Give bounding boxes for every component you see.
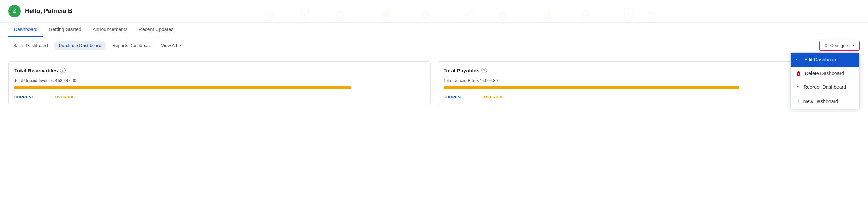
svg-text:📈: 📈	[462, 6, 475, 18]
edit-dashboard-item[interactable]: ✏ Edit Dashboard	[791, 53, 859, 67]
dash-tab-purchase[interactable]: Purchase Dashboard	[54, 41, 106, 50]
configure-button[interactable]: ⚙ Configure	[819, 41, 860, 51]
dashboard-tabs: Sales Dashboard Purchase Dashboard Repor…	[8, 41, 819, 50]
payables-help-icon[interactable]: ?	[481, 68, 487, 73]
reorder-dashboard-item[interactable]: ⠿ Reorder Dashboard	[791, 80, 859, 94]
top-header: ⚙ 📊 ⚙ 💰 ⚙ 📈 ⚙ 🔔 ⚙ 📋 ⚙ Z Hello, Patricia …	[0, 0, 868, 23]
avatar: Z	[8, 5, 21, 17]
receivables-subtitle: Total Unpaid Invoices ₹58,447.00	[14, 78, 425, 83]
svg-text:⚙: ⚙	[580, 8, 591, 22]
view-all-button[interactable]: View All	[158, 41, 185, 50]
main-content: Total Receivables ? ⋮ Total Unpaid Invoi…	[0, 54, 868, 112]
tab-announcements[interactable]: Announcements	[87, 23, 133, 37]
receivables-overdue-label[interactable]: OVERDUE	[55, 95, 75, 99]
greeting-text: Hello, Patricia B	[25, 8, 72, 15]
payables-title: Total Payables ?	[444, 68, 487, 73]
payables-overdue-label[interactable]: OVERDUE	[484, 95, 504, 99]
svg-text:⚙: ⚙	[334, 8, 346, 22]
grid-icon: ⠿	[796, 84, 800, 90]
gear-icon: ⚙	[824, 43, 828, 48]
receivables-card: Total Receivables ? ⋮ Total Unpaid Invoi…	[8, 61, 431, 105]
nav-tabs: Dashboard Getting Started Announcements …	[0, 23, 868, 37]
svg-text:⚙: ⚙	[420, 8, 431, 22]
svg-text:⚙: ⚙	[264, 8, 275, 22]
pencil-icon: ✏	[796, 56, 801, 63]
receivables-title: Total Receivables ?	[14, 68, 66, 73]
dash-tab-sales[interactable]: Sales Dashboard	[8, 41, 53, 50]
tab-getting-started[interactable]: Getting Started	[43, 23, 87, 37]
reorder-dashboard-label: Reorder Dashboard	[803, 84, 846, 90]
svg-text:📊: 📊	[299, 7, 311, 18]
receivables-footer: CURRENT OVERDUE	[14, 95, 425, 99]
receivables-help-icon[interactable]: ?	[60, 68, 66, 73]
svg-text:🔔: 🔔	[542, 8, 554, 20]
configure-label: Configure	[830, 43, 850, 48]
configure-dropdown: ✏ Edit Dashboard 🗑 Delete Dashboard ⠿ Re…	[790, 52, 860, 109]
bg-decoration: ⚙ 📊 ⚙ 💰 ⚙ 📈 ⚙ 🔔 ⚙ 📋 ⚙	[42, 0, 868, 22]
delete-dashboard-item[interactable]: 🗑 Delete Dashboard	[791, 67, 859, 80]
dash-tab-reports[interactable]: Reports Dashboard	[108, 41, 156, 50]
svg-text:⚙: ⚙	[497, 9, 508, 22]
svg-text:📋: 📋	[621, 6, 635, 19]
view-all-label: View All	[161, 43, 177, 48]
configure-chevron-icon	[852, 45, 855, 46]
svg-text:💰: 💰	[379, 7, 393, 20]
delete-dashboard-label: Delete Dashboard	[805, 71, 844, 76]
new-dashboard-item[interactable]: + New Dashboard	[791, 94, 859, 109]
plus-icon: +	[796, 98, 800, 105]
svg-text:⚙: ⚙	[646, 9, 657, 22]
receivables-more-icon[interactable]: ⋮	[418, 67, 425, 73]
trash-icon: 🗑	[796, 70, 801, 76]
receivables-title-text: Total Receivables	[14, 68, 58, 73]
tab-recent-updates[interactable]: Recent Updates	[133, 23, 179, 37]
receivables-current-label[interactable]: CURRENT	[14, 95, 34, 99]
edit-dashboard-label: Edit Dashboard	[804, 57, 838, 62]
dashboard-bar: Sales Dashboard Purchase Dashboard Repor…	[0, 37, 868, 54]
payables-current-label[interactable]: CURRENT	[444, 95, 463, 99]
chevron-down-icon	[179, 45, 182, 46]
payables-title-text: Total Payables	[444, 68, 480, 73]
new-dashboard-label: New Dashboard	[803, 99, 838, 104]
tab-dashboard[interactable]: Dashboard	[8, 23, 43, 37]
payables-progress-bar	[444, 86, 739, 89]
receivables-card-header: Total Receivables ? ⋮	[14, 67, 425, 73]
receivables-progress-bar	[14, 86, 351, 89]
